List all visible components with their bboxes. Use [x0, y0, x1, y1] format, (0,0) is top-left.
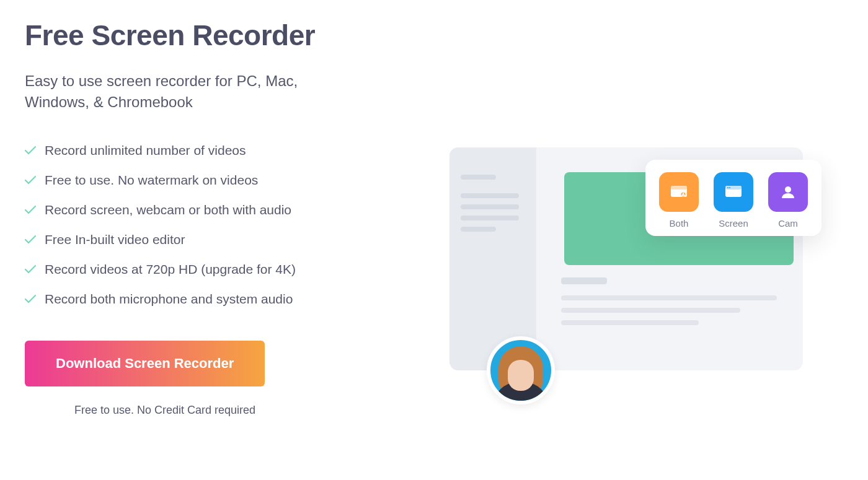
placeholder-line: [461, 204, 519, 209]
placeholder-line: [561, 320, 699, 325]
mode-label: Cam: [778, 218, 798, 229]
left-column: Free Screen Recorder Easy to use screen …: [25, 19, 409, 461]
svg-rect-1: [671, 186, 687, 190]
feature-text: Record screen, webcam or both with audio: [45, 203, 291, 217]
mode-option-both[interactable]: Both: [659, 172, 699, 229]
mode-label: Screen: [719, 218, 748, 229]
check-icon: [25, 235, 36, 244]
check-icon: [25, 146, 36, 155]
svg-point-7: [729, 187, 730, 188]
placeholder-line: [561, 295, 777, 300]
both-icon: [659, 172, 699, 212]
feature-text: Free In-built video editor: [45, 232, 185, 247]
recording-mode-selector: Both Screen: [645, 160, 822, 236]
feature-item: Free In-built video editor: [25, 232, 409, 247]
feature-item: Free to use. No watermark on videos: [25, 173, 409, 188]
feature-item: Record screen, webcam or both with audio: [25, 203, 409, 217]
mode-option-screen[interactable]: Screen: [714, 172, 753, 229]
page-subtitle: Easy to use screen recorder for PC, Mac,…: [25, 71, 335, 112]
download-button[interactable]: Download Screen Recorder: [25, 341, 265, 386]
feature-text: Record unlimited number of videos: [45, 143, 246, 158]
browser-mockup: Both Screen: [450, 147, 803, 370]
check-icon: [25, 176, 36, 185]
feature-item: Record videos at 720p HD (upgrade for 4K…: [25, 262, 409, 277]
mode-label: Both: [670, 218, 689, 229]
feature-text: Record both microphone and system audio: [45, 292, 293, 307]
svg-point-6: [727, 187, 728, 188]
cam-icon: [768, 172, 808, 212]
placeholder-line: [461, 193, 519, 198]
feature-list: Record unlimited number of videos Free t…: [25, 143, 409, 307]
page-title: Free Screen Recorder: [25, 19, 409, 52]
placeholder-line: [461, 227, 496, 232]
check-icon: [25, 295, 36, 303]
placeholder-line: [561, 277, 607, 284]
placeholder-text-block: [561, 277, 790, 333]
screen-icon: [714, 172, 753, 212]
placeholder-line: [461, 175, 496, 180]
feature-text: Record videos at 720p HD (upgrade for 4K…: [45, 262, 296, 277]
feature-text: Free to use. No watermark on videos: [45, 173, 258, 188]
footnote: Free to use. No Credit Card required: [74, 404, 409, 417]
feature-item: Record both microphone and system audio: [25, 292, 409, 307]
right-column: Both Screen: [409, 19, 843, 461]
webcam-avatar: [487, 336, 555, 404]
mode-option-cam[interactable]: Cam: [768, 172, 808, 229]
check-icon: [25, 265, 36, 274]
check-icon: [25, 206, 36, 214]
placeholder-line: [461, 216, 519, 220]
svg-point-8: [785, 186, 791, 193]
placeholder-line: [561, 308, 740, 313]
feature-item: Record unlimited number of videos: [25, 143, 409, 158]
